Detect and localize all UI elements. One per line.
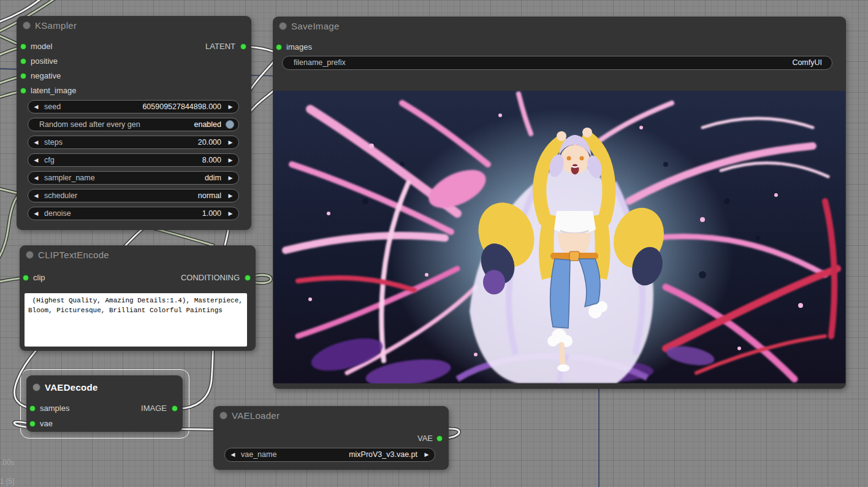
input-slot-model[interactable]: model bbox=[31, 42, 52, 51]
node-ksampler[interactable]: KSampler model positive negative latent_… bbox=[17, 16, 251, 230]
sampler-name-widget[interactable]: ◀ sampler_name ddim ▶ bbox=[28, 171, 239, 185]
decrement-arrow-icon[interactable]: ◀ bbox=[31, 207, 41, 220]
decrement-arrow-icon[interactable]: ◀ bbox=[31, 101, 41, 113]
toggle-dot-icon[interactable] bbox=[226, 120, 234, 129]
prev-option-arrow-icon[interactable]: ◀ bbox=[31, 190, 41, 202]
increment-arrow-icon[interactable]: ▶ bbox=[226, 136, 235, 148]
prev-option-arrow-icon[interactable]: ◀ bbox=[31, 172, 41, 184]
generated-image-preview bbox=[273, 91, 845, 383]
node-title: VAELoader bbox=[232, 410, 280, 421]
input-slot-positive[interactable]: positive bbox=[31, 57, 58, 66]
output-slot-latent[interactable]: LATENT bbox=[205, 42, 235, 51]
input-slot-dot-icon[interactable] bbox=[276, 44, 282, 50]
collapse-dot-icon[interactable] bbox=[23, 21, 31, 29]
collapse-dot-icon[interactable] bbox=[32, 383, 40, 391]
node-title: SaveImage bbox=[291, 21, 340, 31]
prompt-text-area[interactable]: (Highest Quality, Amazing Details:1.4), … bbox=[25, 293, 247, 347]
input-slot-clip[interactable]: clip bbox=[33, 274, 45, 282]
random-seed-toggle[interactable]: Random seed after every gen enabled bbox=[28, 118, 239, 131]
node-vae-loader[interactable]: VAELoader VAE ◀ vae_name mixProV3_v3.vae… bbox=[213, 406, 449, 470]
output-slot-vae[interactable]: VAE bbox=[417, 434, 433, 443]
node-title: KSampler bbox=[35, 20, 77, 31]
input-slot-dot-icon[interactable] bbox=[20, 88, 26, 94]
output-slot-conditioning[interactable]: CONDITIONING bbox=[181, 274, 240, 282]
filename-prefix-widget[interactable]: filename_prefix ComfyUI bbox=[282, 56, 832, 70]
input-slot-dot-icon[interactable] bbox=[29, 421, 36, 427]
collapse-dot-icon[interactable] bbox=[219, 412, 227, 420]
increment-arrow-icon[interactable]: ▶ bbox=[226, 101, 235, 113]
input-slot-negative[interactable]: negative bbox=[31, 72, 61, 80]
node-vae-decode[interactable]: VAEDecode samples vae IMAGE bbox=[26, 375, 183, 432]
input-slot-images[interactable]: images bbox=[286, 43, 312, 52]
input-slot-dot-icon[interactable] bbox=[20, 73, 26, 79]
input-slot-vae[interactable]: vae bbox=[40, 420, 53, 428]
seed-widget[interactable]: ◀ seed 605909527844898.000 ▶ bbox=[28, 100, 239, 113]
stats-nodes: 11 [5] bbox=[0, 478, 14, 486]
stats-count: 0 bbox=[0, 469, 14, 477]
vae-name-widget[interactable]: ◀ vae_name mixProV3_v3.vae.pt ▶ bbox=[224, 448, 435, 462]
output-slot-dot-icon[interactable] bbox=[245, 275, 251, 281]
canvas-stats-overlay: 0.00s 0 11 [5] bbox=[0, 458, 14, 486]
input-slot-dot-icon[interactable] bbox=[20, 44, 26, 50]
increment-arrow-icon[interactable]: ▶ bbox=[226, 207, 235, 220]
node-title: CLIPTextEncode bbox=[38, 250, 109, 260]
input-slot-samples[interactable]: samples bbox=[40, 404, 69, 413]
input-slot-dot-icon[interactable] bbox=[23, 275, 29, 281]
next-option-arrow-icon[interactable]: ▶ bbox=[226, 190, 235, 202]
decrement-arrow-icon[interactable]: ◀ bbox=[31, 136, 41, 148]
input-slot-latent-image[interactable]: latent_image bbox=[31, 86, 76, 95]
collapse-dot-icon[interactable] bbox=[279, 22, 287, 30]
increment-arrow-icon[interactable]: ▶ bbox=[226, 154, 235, 166]
decrement-arrow-icon[interactable]: ◀ bbox=[31, 154, 41, 166]
output-slot-image[interactable]: IMAGE bbox=[141, 404, 167, 413]
output-slot-dot-icon[interactable] bbox=[172, 405, 178, 412]
steps-widget[interactable]: ◀ steps 20.000 ▶ bbox=[28, 136, 239, 149]
scheduler-widget[interactable]: ◀ scheduler normal ▶ bbox=[28, 189, 239, 202]
node-save-image[interactable]: SaveImage images filename_prefix ComfyUI bbox=[273, 17, 846, 389]
next-option-arrow-icon[interactable]: ▶ bbox=[226, 172, 235, 184]
input-slot-dot-icon[interactable] bbox=[29, 405, 36, 412]
node-title: VAEDecode bbox=[45, 382, 98, 393]
output-slot-dot-icon[interactable] bbox=[436, 435, 443, 442]
cfg-widget[interactable]: ◀ cfg 8.000 ▶ bbox=[28, 153, 239, 167]
prev-option-arrow-icon[interactable]: ◀ bbox=[228, 448, 238, 461]
output-slot-dot-icon[interactable] bbox=[240, 44, 246, 50]
denoise-widget[interactable]: ◀ denoise 1.000 ▶ bbox=[28, 207, 239, 220]
next-option-arrow-icon[interactable]: ▶ bbox=[422, 448, 432, 461]
stats-time: 0.00s bbox=[0, 459, 14, 467]
collapse-dot-icon[interactable] bbox=[26, 251, 34, 259]
node-clip-text-encode[interactable]: CLIPTextEncode clip CONDITIONING (Highes… bbox=[20, 245, 256, 351]
input-slot-dot-icon[interactable] bbox=[20, 58, 26, 64]
